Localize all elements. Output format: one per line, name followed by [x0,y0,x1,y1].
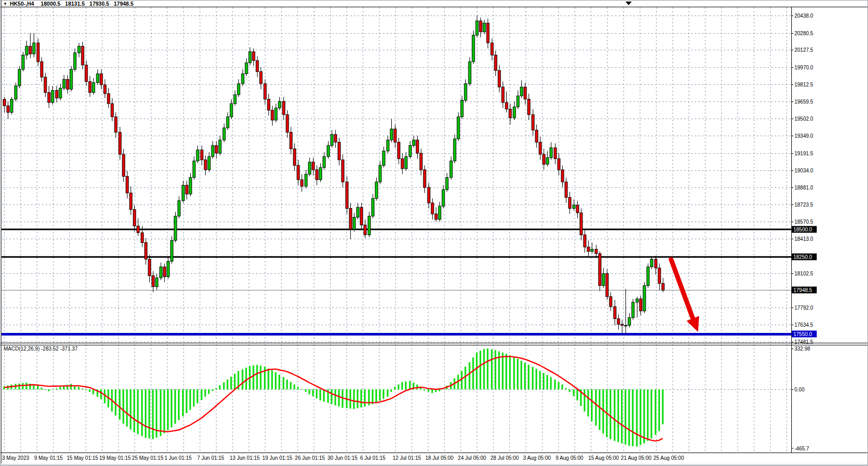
bull-candle [193,161,195,178]
bear-candle [256,61,259,71]
macd-bar [651,389,652,439]
macd-bar [316,389,318,398]
bear-candle [568,197,571,208]
time-tick-label: 7 Jun 01:15 [197,455,224,461]
bull-candle [25,46,28,55]
bull-candle [74,53,76,69]
bull-candle [10,99,13,113]
bear-candle [558,159,560,170]
bear-candle [286,114,289,132]
time-tick-label: 15 Aug 05:00 [588,455,619,461]
bull-candle [379,165,381,182]
bull-candle [15,86,17,99]
bull-candle [647,267,649,285]
macd-bar [428,389,430,392]
bull-candle [155,278,158,287]
bear-candle [498,70,501,87]
macd-bar [394,387,396,389]
bull-candle [189,178,192,194]
macd-bar [309,389,310,394]
bear-candle [66,79,69,89]
chart-canvas[interactable]: 20438.020280.520127.519970.019812.519659… [0,0,868,466]
macd-bar [201,389,203,400]
macd-bar [476,353,478,389]
time-tick-label: 30 Jun 01:15 [328,455,358,461]
price-tick-label: 18570.5 [794,219,814,225]
macd-bar [629,389,630,446]
macd-bar [257,365,258,389]
macd-bar [208,389,210,394]
macd-bar [632,389,634,446]
time-tick-label: 19 Jun 01:15 [262,455,292,461]
bear-candle [561,170,564,182]
macd-bar [294,385,295,389]
macd-bar [260,366,262,389]
bear-candle [260,71,262,83]
macd-bar [86,389,87,390]
bull-candle [245,63,248,74]
time-tick-label: 9 Aug 05:00 [556,455,584,461]
bull-candle [409,145,411,156]
macd-bar [618,389,619,442]
macd-bar [483,349,485,389]
macd-bar [391,389,392,392]
macd-bar [60,387,61,389]
bear-candle [148,259,151,275]
macd-bar [517,359,519,389]
bear-candle [204,160,207,170]
bear-candle [479,21,482,32]
macd-bar [379,389,381,401]
macd-bar [599,389,601,430]
bull-candle [446,178,448,190]
price-tick-label: 19034.0 [794,168,814,173]
bull-candle [372,198,374,216]
macd-bar [45,389,46,390]
macd-bar [405,382,407,389]
bear-candle [423,170,426,187]
macd-bar [223,382,225,389]
bear-candle [528,99,530,115]
macd-bar [41,387,42,389]
bear-candle [107,94,110,104]
time-scale[interactable]: 3 May 20239 May 01:1515 May 01:1519 May … [2,455,684,461]
bull-candle [382,151,385,166]
price-tick-label: 19970.0 [794,65,814,70]
expander-icon[interactable]: ▼ [3,2,7,6]
time-tick-label: 24 Jul 05:00 [458,455,487,461]
bear-candle [599,254,601,286]
macd-bar [509,355,511,389]
price-badge-label: 18250.0 [793,254,813,260]
macd-bar [357,389,359,408]
bull-candle [650,259,653,267]
macd-bar [491,349,493,389]
price-tick-label: 19349.0 [794,133,814,139]
macd-bar [644,389,645,443]
macd-bar [402,382,403,389]
macd-bar [532,367,534,389]
bear-candle [7,106,9,112]
macd-bar [234,374,236,389]
price-badge-label: 17948.5 [793,287,813,293]
bull-candle [63,79,65,88]
macd-bar [424,389,425,390]
macd-indicator-label: MACD(12,26,9) -283.52 -371.37 [4,346,78,352]
bull-candle [167,261,169,277]
bear-candle [282,101,285,115]
macd-bar [70,384,72,389]
macd-bar [227,380,229,389]
bull-candle [632,302,634,318]
bear-candle [420,153,422,170]
macd-bar [253,366,254,389]
bull-candle [628,317,631,325]
time-tick-label: 21 Aug 05:00 [621,455,651,461]
macd-bar [212,389,214,391]
bull-candle [573,205,575,208]
macd-bar [662,389,664,424]
macd-bar [123,389,124,424]
bear-candle [532,114,534,130]
time-tick-label: 19 May 01:15 [99,455,131,461]
trading-chart-window: 20438.020280.520127.519970.019812.519659… [0,0,868,466]
bull-candle [438,206,441,220]
bull-candle [353,217,355,229]
price-tick-label: 19191.5 [794,151,814,156]
